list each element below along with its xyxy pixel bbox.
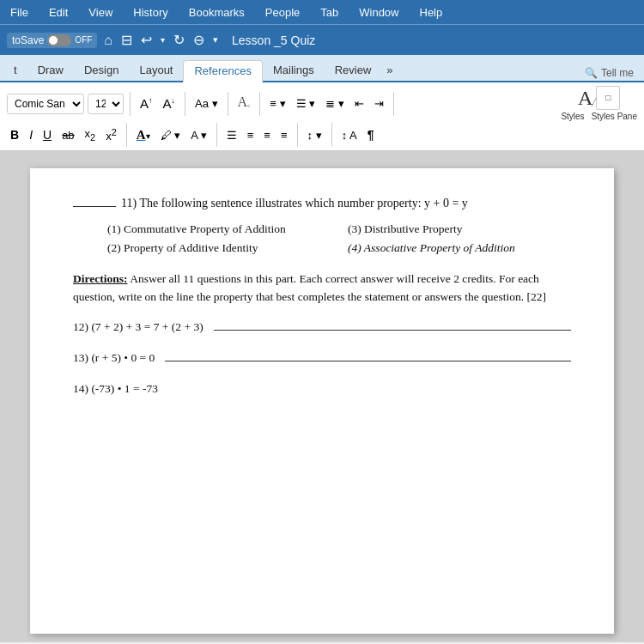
styles-label[interactable]: Styles bbox=[561, 112, 584, 121]
font-size-select[interactable]: 12 bbox=[88, 94, 124, 114]
menu-people[interactable]: People bbox=[262, 4, 303, 21]
menu-bar: File Edit View History Bookmarks People … bbox=[0, 0, 644, 24]
tab-more[interactable]: » bbox=[381, 58, 398, 81]
font-shrink-btn[interactable]: A↓ bbox=[160, 95, 179, 112]
tab-layout[interactable]: Layout bbox=[129, 58, 183, 81]
tab-mailings[interactable]: Mailings bbox=[263, 58, 325, 81]
menu-history[interactable]: History bbox=[130, 4, 171, 21]
italic-btn[interactable]: I bbox=[26, 127, 36, 143]
indent-list-btn[interactable]: ☰ ▾ bbox=[293, 96, 319, 111]
choice-11-3: (3) Distributive Property bbox=[348, 221, 571, 238]
search-icon: 🔍 bbox=[585, 67, 598, 79]
question-12-num: 12) bbox=[73, 319, 88, 336]
directions-block: Directions: Answer all 11 questions in t… bbox=[73, 270, 571, 307]
question-14-num: 14) bbox=[73, 380, 88, 398]
tab-references[interactable]: References bbox=[183, 60, 262, 82]
question-13: 13) (r + 5) • 0 = 0 bbox=[73, 349, 571, 367]
ribbon-toolbar: Comic San... 12 A↑ A↓ Aa ▾ A° ≡ ▾ ☰ ▾ ≣ … bbox=[0, 82, 644, 151]
choice-11-2: (2) Property of Additive Identity bbox=[107, 240, 331, 257]
separator-9 bbox=[331, 123, 332, 147]
align-right-btn[interactable]: ≡ bbox=[260, 128, 274, 143]
menu-bookmarks[interactable]: Bookmarks bbox=[185, 4, 248, 21]
underline-btn[interactable]: U bbox=[39, 127, 55, 143]
question-11-text: 11) The following sentence illustrates w… bbox=[121, 194, 468, 212]
menu-tab[interactable]: Tab bbox=[317, 4, 342, 21]
home-icon[interactable]: ⌂ bbox=[102, 31, 114, 50]
styles-panel: A ╱ □ Styles Styles Pane bbox=[561, 86, 637, 121]
decrease-indent-btn[interactable]: ⇤ bbox=[351, 96, 368, 111]
line-spacing-btn[interactable]: ↕ ▾ bbox=[304, 128, 325, 143]
toolbar-icons: ⌂ ⊟ ↩ ▾ ↻ ⊖ ▾ bbox=[102, 30, 220, 50]
align-justify-btn[interactable]: ≡ bbox=[277, 128, 291, 143]
ribbon-row-1: Comic San... 12 A↑ A↓ Aa ▾ A° ≡ ▾ ☰ ▾ ≣ … bbox=[7, 86, 637, 121]
question-14: 14) (-73) • 1 = -73 bbox=[73, 380, 571, 398]
redo-icon[interactable]: ↻ bbox=[172, 30, 186, 50]
ribbon-tabs: t Draw Design Layout References Mailings… bbox=[0, 55, 644, 82]
question-11: 11) The following sentence illustrates w… bbox=[73, 194, 571, 212]
separator-6 bbox=[126, 123, 127, 147]
style-letter-a[interactable]: A ╱ bbox=[578, 88, 592, 108]
undo-icon[interactable]: ↩ bbox=[139, 30, 154, 50]
subscript-btn[interactable]: x2 bbox=[82, 126, 100, 143]
document-page: 11) The following sentence illustrates w… bbox=[30, 168, 614, 634]
font-family-select[interactable]: Comic San... bbox=[7, 94, 84, 114]
question-13-num: 13) bbox=[73, 349, 88, 367]
separator-8 bbox=[297, 123, 298, 147]
undo-dropdown-icon[interactable]: ▾ bbox=[159, 33, 167, 46]
autosave-state: OFF bbox=[75, 35, 92, 45]
strikethrough-btn[interactable]: ab bbox=[58, 128, 77, 143]
superscript-btn[interactable]: x2 bbox=[102, 126, 120, 143]
answer-blank-11 bbox=[73, 206, 116, 207]
directions-text: Answer all 11 questions in this part. Ea… bbox=[73, 272, 546, 304]
separator-4 bbox=[259, 92, 260, 116]
choices-grid-11: (1) Commutative Property of Addition (3)… bbox=[107, 221, 571, 258]
question-14-expr: (-73) • 1 = -73 bbox=[91, 380, 158, 398]
styles-icons: A ╱ □ bbox=[578, 86, 620, 110]
text-color-btn[interactable]: A ▾ bbox=[187, 128, 210, 143]
autosave-toggle[interactable] bbox=[47, 34, 71, 46]
align-left-btn[interactable]: ☰ bbox=[223, 128, 240, 143]
align-center-btn[interactable]: ≡ bbox=[244, 128, 258, 143]
bold-btn[interactable]: B bbox=[7, 127, 22, 143]
doc-title: Lesson _5 Quiz bbox=[232, 33, 315, 47]
tell-me-label: Tell me bbox=[601, 67, 634, 79]
font-color-btn[interactable]: A° bbox=[234, 94, 254, 113]
highlight-btn[interactable]: 🖊 ▾ bbox=[157, 128, 185, 143]
more-icon[interactable]: ▾ bbox=[211, 33, 220, 47]
autosave-group: toSave OFF bbox=[7, 33, 97, 48]
save-icon[interactable]: ⊟ bbox=[119, 30, 134, 50]
question-12-expr: (7 + 2) + 3 = 7 + (2 + 3) bbox=[91, 319, 203, 336]
tab-draw[interactable]: Draw bbox=[27, 58, 74, 81]
style-box-btn[interactable]: □ bbox=[596, 86, 620, 110]
sort-btn[interactable]: ↕ A bbox=[338, 128, 361, 143]
font-grow-btn[interactable]: A↑ bbox=[137, 95, 156, 112]
multilevel-list-btn[interactable]: ≣ ▾ bbox=[322, 96, 348, 111]
menu-file[interactable]: File bbox=[7, 4, 32, 21]
separator-2 bbox=[185, 92, 185, 116]
tab-review[interactable]: Review bbox=[325, 58, 382, 81]
styles-labels: Styles Styles Pane bbox=[561, 112, 637, 121]
menu-window[interactable]: Window bbox=[355, 4, 402, 21]
tab-design[interactable]: Design bbox=[74, 58, 129, 81]
question-13-expr: (r + 5) • 0 = 0 bbox=[91, 349, 155, 367]
tell-me-area[interactable]: 🔍 Tell me bbox=[578, 65, 641, 81]
menu-view[interactable]: View bbox=[85, 4, 116, 21]
question-12: 12) (7 + 2) + 3 = 7 + (2 + 3) bbox=[73, 319, 571, 336]
print-icon[interactable]: ⊖ bbox=[191, 30, 206, 50]
menu-help[interactable]: Help bbox=[416, 4, 447, 21]
separator-7 bbox=[216, 123, 217, 147]
increase-indent-btn[interactable]: ⇥ bbox=[371, 96, 387, 111]
show-para-btn[interactable]: ¶ bbox=[364, 127, 378, 143]
aa-btn[interactable]: Aa ▾ bbox=[191, 96, 222, 111]
menu-edit[interactable]: Edit bbox=[46, 4, 71, 21]
font-color-a-btn[interactable]: A▾ bbox=[133, 127, 154, 143]
directions-label: Directions: bbox=[73, 272, 128, 285]
styles-pane-label[interactable]: Styles Pane bbox=[592, 112, 637, 121]
choice-11-1: (1) Commutative Property of Addition bbox=[107, 221, 331, 238]
separator-3 bbox=[228, 92, 228, 116]
ribbon-row-2: B I U ab x2 x2 A▾ 🖊 ▾ A ▾ ☰ ≡ ≡ ≡ ↕ ▾ ↕ … bbox=[7, 123, 637, 147]
choice-11-4: (4) Associative Property of Addition bbox=[348, 240, 571, 257]
tab-t[interactable]: t bbox=[3, 58, 27, 81]
document-area: 11) The following sentence illustrates w… bbox=[0, 151, 644, 642]
list-btn[interactable]: ≡ ▾ bbox=[266, 96, 289, 111]
